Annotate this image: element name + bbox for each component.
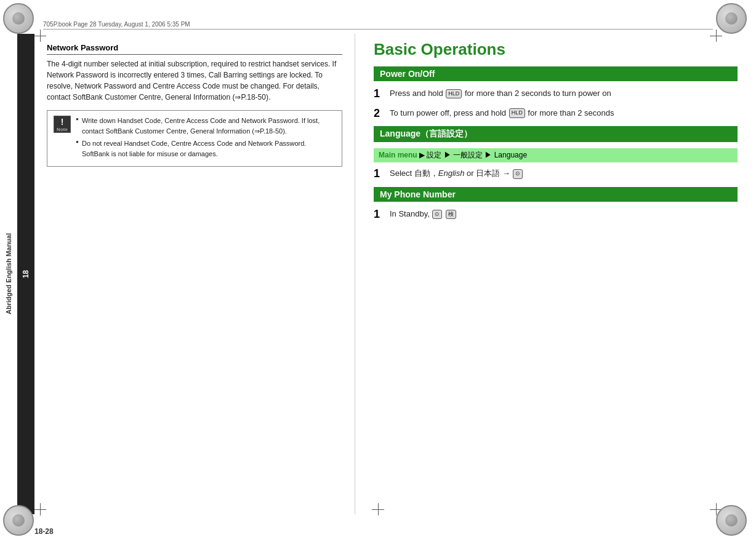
hld-button-icon-2: HLD	[509, 108, 525, 118]
myphone-bar-label: My Phone Number	[380, 189, 456, 199]
hld-button-icon-1: HLD	[446, 89, 462, 99]
power-section-bar: Power On/Off	[374, 66, 738, 81]
power-step-2: 2 To turn power off, press and hold HLD …	[374, 107, 738, 121]
step-text-1: Press and hold HLD for more than 2 secon…	[390, 87, 611, 100]
step-phone-text-1: In Standby, ⊙ 検	[390, 208, 457, 220]
language-bar-label: Language（言語設定）	[380, 129, 472, 138]
note-icon: ! Note	[54, 116, 71, 133]
note-content: Write down Handset Code, Centre Access C…	[76, 116, 336, 161]
english-italic: English	[438, 169, 465, 178]
step-lang-num-1: 1	[374, 167, 385, 181]
step-num-1: 1	[374, 87, 385, 101]
left-content: Network Password The 4-digit number sele…	[34, 34, 355, 514]
standby-icon-2: 検	[446, 210, 456, 220]
note-list: Write down Handset Code, Centre Access C…	[76, 116, 336, 159]
page-number: 18	[22, 270, 30, 278]
language-step-1: 1 Select 自動，English or 日本語 → ⊙	[374, 167, 738, 181]
corner-decoration-tr	[716, 3, 753, 40]
note-label: Note	[57, 127, 68, 132]
corner-decoration-tl	[3, 3, 40, 40]
step-phone-num-1: 1	[374, 208, 385, 221]
circle-button-icon: ⊙	[513, 169, 523, 179]
myphone-step-1: 1 In Standby, ⊙ 検	[374, 208, 738, 221]
note-item-2: Do not reveal Handset Code, Centre Acces…	[76, 138, 336, 159]
step-text-2: To turn power off, press and hold HLD fo…	[390, 107, 614, 119]
language-section-bar: Language（言語設定）	[374, 126, 738, 142]
note-item-1: Write down Handset Code, Centre Access C…	[76, 116, 336, 136]
sidebar-tab: Abridged English Manual	[0, 34, 17, 514]
menu-path-arrow-1: ▶ 設定 ▶ 一般設定 ▶ Language	[419, 151, 527, 159]
power-step-1: 1 Press and hold HLD for more than 2 sec…	[374, 87, 738, 101]
exclamation-icon: !	[61, 117, 64, 127]
note-box: ! Note Write down Handset Code, Centre A…	[47, 110, 342, 167]
right-content: Basic Operations Power On/Off 1 Press an…	[355, 34, 756, 514]
page-link: ⇒P.18-50	[235, 93, 265, 101]
corner-decoration-br	[716, 505, 753, 542]
standby-icon-1: ⊙	[432, 210, 442, 220]
main-heading: Basic Operations	[374, 40, 738, 59]
top-bar-text: 705P.book Page 28 Tuesday, August 1, 200…	[43, 21, 190, 28]
myphone-section-bar: My Phone Number	[374, 187, 738, 202]
step-num-2: 2	[374, 107, 385, 121]
page-number-box: 18	[17, 34, 34, 514]
menu-path-bold: Main menu	[379, 151, 417, 159]
top-bar: 705P.book Page 28 Tuesday, August 1, 200…	[43, 17, 713, 30]
menu-path-bar: Main menu ▶ 設定 ▶ 一般設定 ▶ Language	[374, 148, 738, 162]
sidebar-label: Abridged English Manual	[5, 233, 12, 314]
power-bar-label: Power On/Off	[380, 69, 435, 79]
network-password-body: The 4-digit number selected at initial s…	[47, 58, 342, 103]
step-lang-text-1: Select 自動，English or 日本語 → ⊙	[390, 167, 523, 180]
corner-decoration-bl	[3, 505, 40, 542]
network-password-title: Network Password	[47, 43, 342, 55]
